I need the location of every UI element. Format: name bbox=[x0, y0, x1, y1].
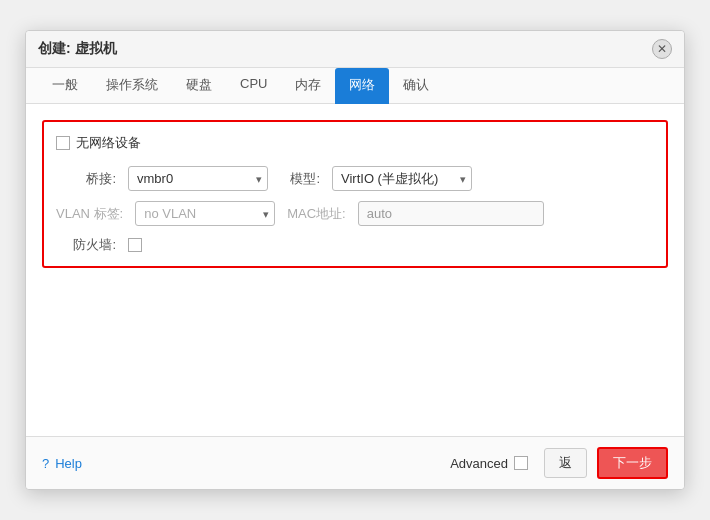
tab-memory[interactable]: 内存 bbox=[281, 68, 335, 104]
firewall-row: 防火墙: bbox=[56, 236, 654, 254]
no-network-row: 无网络设备 bbox=[56, 134, 654, 152]
firewall-label: 防火墙: bbox=[56, 236, 116, 254]
create-vm-dialog: 创建: 虚拟机 ✕ 一般 操作系统 硬盘 CPU 内存 网络 确认 无网络设备 … bbox=[25, 30, 685, 490]
footer-right: Advanced 返 下一步 bbox=[450, 447, 668, 479]
tab-os[interactable]: 操作系统 bbox=[92, 68, 172, 104]
bridge-select[interactable]: vmbr0 bbox=[128, 166, 268, 191]
tab-cpu[interactable]: CPU bbox=[226, 68, 281, 104]
advanced-label: Advanced bbox=[450, 456, 508, 471]
no-network-label: 无网络设备 bbox=[76, 134, 141, 152]
vlan-select-wrapper: no VLAN bbox=[135, 201, 275, 226]
tab-general[interactable]: 一般 bbox=[38, 68, 92, 104]
bridge-select-wrapper: vmbr0 bbox=[128, 166, 268, 191]
mac-label: MAC地址: bbox=[287, 205, 346, 223]
bridge-model-row: 桥接: vmbr0 模型: VirtIO (半虚拟化) bbox=[56, 166, 654, 191]
close-button[interactable]: ✕ bbox=[652, 39, 672, 59]
tab-disk[interactable]: 硬盘 bbox=[172, 68, 226, 104]
network-settings-box: 无网络设备 桥接: vmbr0 模型: VirtIO (半虚拟化) bbox=[42, 120, 668, 268]
dialog-body: 无网络设备 桥接: vmbr0 模型: VirtIO (半虚拟化) bbox=[26, 104, 684, 436]
advanced-checkbox[interactable] bbox=[514, 456, 528, 470]
help-label: Help bbox=[55, 456, 82, 471]
model-label: 模型: bbox=[280, 170, 320, 188]
dialog-header: 创建: 虚拟机 ✕ bbox=[26, 31, 684, 68]
vlan-select[interactable]: no VLAN bbox=[135, 201, 275, 226]
advanced-area: Advanced bbox=[450, 456, 534, 471]
tab-confirm[interactable]: 确认 bbox=[389, 68, 443, 104]
help-icon: ? bbox=[42, 456, 49, 471]
close-icon: ✕ bbox=[657, 42, 667, 56]
dialog-footer: ? Help Advanced 返 下一步 bbox=[26, 436, 684, 489]
bridge-label: 桥接: bbox=[56, 170, 116, 188]
tab-network[interactable]: 网络 bbox=[335, 68, 389, 104]
vlan-mac-row: VLAN 标签: no VLAN MAC地址: bbox=[56, 201, 654, 226]
model-select[interactable]: VirtIO (半虚拟化) bbox=[332, 166, 472, 191]
mac-input[interactable] bbox=[358, 201, 544, 226]
tab-bar: 一般 操作系统 硬盘 CPU 内存 网络 确认 bbox=[26, 68, 684, 104]
vlan-label: VLAN 标签: bbox=[56, 205, 123, 223]
next-button[interactable]: 下一步 bbox=[597, 447, 668, 479]
model-select-wrapper: VirtIO (半虚拟化) bbox=[332, 166, 472, 191]
help-button[interactable]: ? Help bbox=[42, 456, 82, 471]
no-network-checkbox[interactable] bbox=[56, 136, 70, 150]
back-button[interactable]: 返 bbox=[544, 448, 587, 478]
dialog-title: 创建: 虚拟机 bbox=[38, 40, 117, 58]
firewall-checkbox[interactable] bbox=[128, 238, 142, 252]
